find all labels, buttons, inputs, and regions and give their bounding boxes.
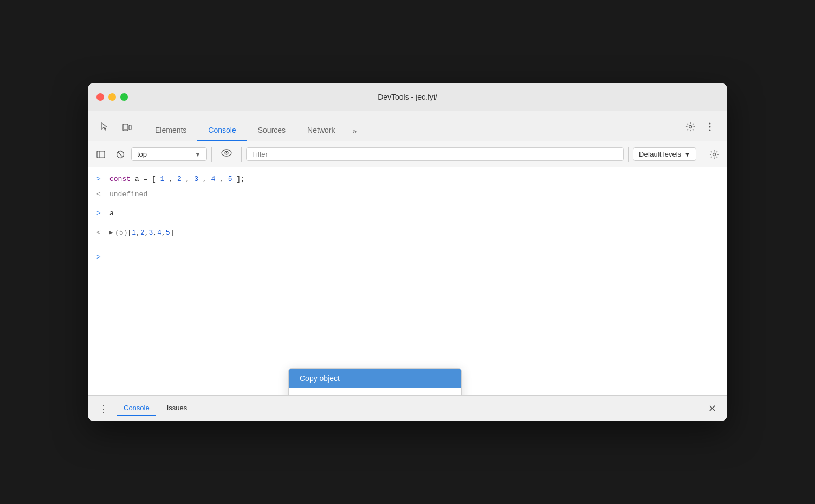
toolbar-divider [211, 147, 212, 162]
tab-sources[interactable]: Sources [247, 121, 296, 141]
gear-icon [685, 122, 695, 132]
svg-rect-1 [129, 125, 131, 130]
expand-triangle-icon: ▶ [109, 229, 113, 237]
array-open: [ [127, 228, 132, 238]
default-levels-button[interactable]: Default levels ▼ [633, 147, 696, 161]
cursor [111, 254, 111, 261]
devtools-window: DevTools - jec.fyi/ Elements Console Sou… [88, 83, 727, 421]
comma-3: , [153, 228, 157, 238]
comma-1: , [136, 228, 140, 238]
dropdown-arrow-icon: ▼ [195, 151, 201, 158]
console-line-4: < ▶ (5) [ 1 , 2 , 3 , 4 , 5 ] [88, 225, 727, 241]
device-toolbar-button[interactable] [118, 118, 135, 135]
minimize-button[interactable] [108, 93, 116, 101]
spacer-2 [88, 221, 727, 225]
filter-input[interactable] [246, 147, 624, 161]
tab-bar: Elements Console Sources Network » [88, 111, 727, 141]
levels-dropdown-icon: ▼ [684, 151, 690, 158]
arr-3: 3 [149, 228, 153, 238]
bottom-tab-console[interactable]: Console [117, 400, 156, 416]
undefined-output: undefined [109, 189, 147, 200]
arr-2: 2 [140, 228, 145, 238]
clear-console-button[interactable] [112, 146, 129, 163]
prompt-arrow: > [96, 253, 105, 261]
toolbar-divider-3 [628, 147, 629, 162]
close-bottom-button[interactable]: ✕ [704, 400, 721, 417]
console-line-1: > const a = [ 1 , 2 , 3 , 4 , 5 ]; [88, 172, 727, 187]
tab-elements[interactable]: Elements [144, 121, 197, 141]
console-line-2: < undefined [88, 187, 727, 202]
levels-label: Default levels [639, 150, 681, 158]
eye-svg [221, 148, 232, 157]
eye-icon[interactable] [216, 146, 237, 162]
input-arrow-1: > [96, 174, 105, 185]
window-title: DevTools - jec.fyi/ [378, 93, 437, 101]
console-line-3: > a [88, 206, 727, 221]
input-arrow-2: > [96, 208, 105, 219]
svg-point-4 [709, 123, 711, 125]
sidebar-icon [96, 150, 106, 159]
output-arrow-1: < [96, 189, 105, 200]
tab-network[interactable]: Network [296, 121, 346, 141]
keyword-const: const [109, 175, 131, 183]
device-icon [122, 122, 132, 132]
arr-1: 1 [132, 228, 136, 238]
comma-4: , [161, 228, 166, 238]
arr-4: 4 [157, 228, 161, 238]
sidebar-toggle-button[interactable] [92, 146, 109, 163]
context-menu-item-store[interactable]: Store object as global variable [289, 388, 461, 395]
divider [677, 119, 677, 134]
console-input-line: > [88, 251, 727, 263]
toolbar-divider-4 [701, 147, 701, 162]
cursor-icon [100, 122, 110, 132]
inspect-element-button[interactable] [96, 118, 114, 135]
svg-point-14 [713, 153, 716, 156]
traffic-lights [96, 93, 128, 101]
var-a: a [109, 208, 114, 219]
toolbar-icons [96, 118, 135, 141]
spacer-1 [88, 202, 727, 206]
comma-2: , [145, 228, 149, 238]
tab-bar-right [675, 118, 719, 141]
title-bar: DevTools - jec.fyi/ [88, 83, 727, 111]
kebab-icon [709, 122, 711, 132]
bottom-tab-issues[interactable]: Issues [160, 400, 194, 416]
close-button[interactable] [96, 93, 104, 101]
settings-button[interactable] [682, 118, 699, 135]
console-settings-button[interactable] [706, 146, 723, 163]
context-menu: Copy object Store object as global varia… [288, 368, 462, 395]
console-toolbar: top ▼ Default levels ▼ [88, 141, 727, 167]
ban-icon [115, 150, 125, 159]
maximize-button[interactable] [120, 93, 128, 101]
context-selector[interactable]: top ▼ [131, 147, 207, 161]
array-close: ] [170, 228, 174, 238]
svg-point-3 [689, 126, 692, 128]
svg-line-10 [118, 152, 122, 157]
svg-point-5 [709, 126, 711, 128]
console-content: > const a = [ 1 , 2 , 3 , 4 , 5 ]; < und… [88, 167, 727, 395]
code-line-1: const a = [ 1 , 2 , 3 , 4 , 5 ]; [109, 174, 245, 185]
svg-point-13 [226, 152, 227, 153]
tab-more-button[interactable]: » [346, 122, 363, 141]
expand-array-button[interactable]: ▶ (5) [ 1 , 2 , 3 , 4 , 5 ] [109, 228, 174, 238]
output-arrow-2: < [96, 228, 105, 238]
svg-rect-7 [97, 151, 105, 158]
bottom-more-button[interactable]: ⋮ [94, 400, 113, 417]
array-length: (5) [115, 228, 127, 238]
context-value: top [137, 150, 147, 158]
tab-console[interactable]: Console [197, 121, 247, 141]
svg-point-6 [709, 130, 711, 131]
context-menu-item-copy[interactable]: Copy object [289, 369, 461, 388]
more-options-button[interactable] [701, 118, 719, 135]
settings-gear-icon [709, 150, 719, 159]
bottom-bar: ⋮ Console Issues ✕ [88, 395, 727, 421]
arr-5: 5 [166, 228, 170, 238]
toolbar-divider-2 [241, 147, 242, 162]
